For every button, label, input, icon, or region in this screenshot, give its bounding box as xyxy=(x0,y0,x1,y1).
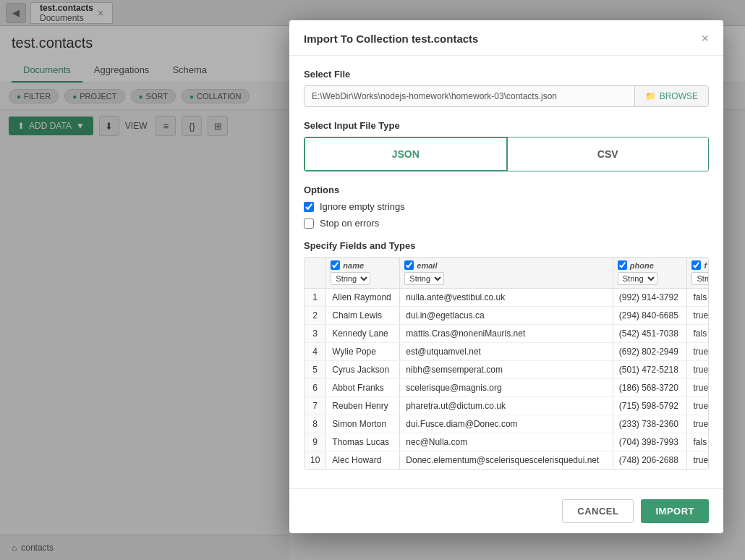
select-file-label: Select File xyxy=(304,69,709,80)
stop-on-errors-label: Stop on errors xyxy=(320,218,379,229)
row-email: nec@Nulla.com xyxy=(400,433,613,451)
row-name: Cyrus Jackson xyxy=(326,361,400,379)
email-column-header: email String xyxy=(400,258,613,289)
row-name: Allen Raymond xyxy=(326,289,400,307)
row-name: Thomas Lucas xyxy=(326,433,400,451)
phone-col-checkbox[interactable] xyxy=(618,260,627,270)
email-col-label: email xyxy=(417,261,437,270)
row-email: dui.in@egetlacus.ca xyxy=(400,307,613,325)
row-number: 10 xyxy=(305,451,326,470)
row-phone: (748) 206-2688 xyxy=(613,451,687,470)
email-col-type[interactable]: String xyxy=(404,272,444,285)
modal-close-button[interactable]: × xyxy=(701,32,709,45)
row-f: true xyxy=(687,397,709,415)
options-label: Options xyxy=(304,184,709,195)
csv-type-button[interactable]: CSV xyxy=(507,137,709,171)
row-name: Alec Howard xyxy=(326,451,400,470)
row-f: true xyxy=(687,451,709,470)
modal-body: Select File 📁 BROWSE Select Input File T… xyxy=(289,56,723,488)
file-path-input[interactable] xyxy=(305,86,634,106)
fields-table-wrapper[interactable]: name String xyxy=(304,257,709,470)
table-row: 9 Thomas Lucas nec@Nulla.com (704) 398-7… xyxy=(305,433,709,451)
row-f: true xyxy=(687,379,709,397)
fields-label: Specify Fields and Types xyxy=(304,240,709,251)
name-col-type[interactable]: String xyxy=(331,272,370,285)
f-col-type[interactable]: String xyxy=(691,272,709,285)
row-number: 2 xyxy=(305,307,326,325)
table-row: 2 Chaim Lewis dui.in@egetlacus.ca (294) … xyxy=(305,307,709,325)
name-col-checkbox[interactable] xyxy=(331,260,340,270)
row-number: 4 xyxy=(305,343,326,361)
row-name: Reuben Henry xyxy=(326,397,400,415)
table-row: 7 Reuben Henry pharetra.ut@dictum.co.uk … xyxy=(305,397,709,415)
stop-on-errors-row: Stop on errors xyxy=(304,218,709,229)
modal-title: Import To Collection test.contacts xyxy=(304,33,478,45)
row-phone: (715) 598-5792 xyxy=(613,397,687,415)
modal-footer: CANCEL IMPORT xyxy=(289,488,723,533)
row-number: 8 xyxy=(305,415,326,433)
row-email: mattis.Cras@noneniMauris.net xyxy=(400,325,613,343)
email-col-checkbox[interactable] xyxy=(404,260,414,270)
row-email: dui.Fusce.diam@Donec.com xyxy=(400,415,613,433)
browse-label: BROWSE xyxy=(660,91,698,101)
row-number: 9 xyxy=(305,433,326,451)
row-f: fals xyxy=(687,325,709,343)
row-f: fals xyxy=(687,433,709,451)
row-phone: (692) 802-2949 xyxy=(613,343,687,361)
phone-col-type[interactable]: String xyxy=(618,272,657,285)
phone-col-label: phone xyxy=(630,261,654,270)
row-email: pharetra.ut@dictum.co.uk xyxy=(400,397,613,415)
table-row: 8 Simon Morton dui.Fusce.diam@Donec.com … xyxy=(305,415,709,433)
row-f: true xyxy=(687,343,709,361)
row-name: Wylie Pope xyxy=(326,343,400,361)
options-section: Options Ignore empty strings Stop on err… xyxy=(304,184,709,229)
import-button[interactable]: IMPORT xyxy=(641,499,709,523)
row-email: est@utquamvel.net xyxy=(400,343,613,361)
row-email: nulla.ante@vestibul.co.uk xyxy=(400,289,613,307)
browse-icon: 📁 xyxy=(645,91,656,101)
table-row: 1 Allen Raymond nulla.ante@vestibul.co.u… xyxy=(305,289,709,307)
row-num-header xyxy=(305,258,326,289)
row-name: Kennedy Lane xyxy=(326,325,400,343)
row-f: fals xyxy=(687,289,709,307)
row-number: 6 xyxy=(305,379,326,397)
json-type-button[interactable]: JSON xyxy=(304,137,508,171)
row-phone: (233) 738-2360 xyxy=(613,415,687,433)
phone-column-header: phone String xyxy=(613,258,687,289)
f-column-header: f String xyxy=(687,258,709,289)
import-modal: Import To Collection test.contacts × Sel… xyxy=(289,20,723,533)
row-number: 7 xyxy=(305,397,326,415)
row-f: true xyxy=(687,415,709,433)
row-phone: (294) 840-6685 xyxy=(613,307,687,325)
row-phone: (992) 914-3792 xyxy=(613,289,687,307)
stop-on-errors-checkbox[interactable] xyxy=(304,219,314,229)
row-email: nibh@semsemperat.com xyxy=(400,361,613,379)
row-phone: (704) 398-7993 xyxy=(613,433,687,451)
table-row: 4 Wylie Pope est@utquamvel.net (692) 802… xyxy=(305,343,709,361)
table-row: 10 Alec Howard Donec.elementum@scelerisq… xyxy=(305,451,709,470)
name-column-header: name String xyxy=(326,258,400,289)
f-col-checkbox[interactable] xyxy=(691,260,701,270)
modal-header: Import To Collection test.contacts × xyxy=(289,20,723,56)
row-phone: (542) 451-7038 xyxy=(613,325,687,343)
row-phone: (501) 472-5218 xyxy=(613,361,687,379)
cancel-button[interactable]: CANCEL xyxy=(562,499,634,523)
file-select-row: 📁 BROWSE xyxy=(304,85,709,107)
f-col-label: f xyxy=(704,261,707,270)
row-email: scelerisque@magnis.org xyxy=(400,379,613,397)
row-name: Simon Morton xyxy=(326,415,400,433)
file-type-label: Select Input File Type xyxy=(304,120,709,131)
row-phone: (186) 568-3720 xyxy=(613,379,687,397)
table-row: 5 Cyrus Jackson nibh@semsemperat.com (50… xyxy=(305,361,709,379)
row-f: true xyxy=(687,361,709,379)
row-name: Chaim Lewis xyxy=(326,307,400,325)
ignore-empty-strings-checkbox[interactable] xyxy=(304,202,314,212)
browse-button[interactable]: 📁 BROWSE xyxy=(634,86,708,106)
row-f: true xyxy=(687,307,709,325)
row-number: 5 xyxy=(305,361,326,379)
file-type-toggle: JSON CSV xyxy=(304,137,709,171)
fields-section: Specify Fields and Types name xyxy=(304,240,709,470)
row-name: Abbot Franks xyxy=(326,379,400,397)
table-row: 3 Kennedy Lane mattis.Cras@noneniMauris.… xyxy=(305,325,709,343)
row-number: 3 xyxy=(305,325,326,343)
